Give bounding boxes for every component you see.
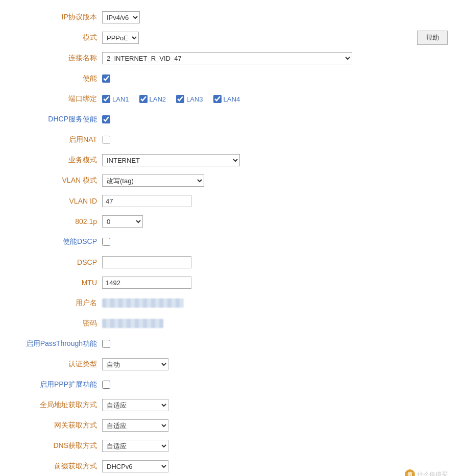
label-passthrough: 启用PassThrough功能 xyxy=(20,339,102,348)
row-auth-type: 认证类型 自动 PAP CHAP xyxy=(20,357,402,371)
lan1-label: LAN1 xyxy=(112,95,129,103)
lan4-item: LAN4 xyxy=(213,95,240,103)
row-gateway: 网关获取方式 自适应 手动 自动 xyxy=(20,418,402,433)
row-dscp-enable: 使能DSCP xyxy=(20,235,402,249)
label-vlan-mode: VLAN 模式 xyxy=(20,176,102,185)
username-value xyxy=(102,298,184,308)
watermark: 值 什么值得买 xyxy=(405,469,448,476)
select-dns[interactable]: 自适应 手动 自动 xyxy=(102,440,168,452)
select-vlan-mode[interactable]: 改写(tag) 透传 不处理 xyxy=(102,174,204,187)
label-mode: 模式 xyxy=(20,33,102,42)
row-mode: 模式 PPPoE DHCP Static xyxy=(20,31,402,45)
label-connection-name: 连接名称 xyxy=(20,54,102,63)
select-prefix[interactable]: DHCPv6 静态 xyxy=(102,460,168,472)
row-port-binding: 端口绑定 LAN1 LAN2 LAN3 LAN4 xyxy=(20,92,402,106)
label-password: 密码 xyxy=(20,319,102,328)
label-dot1p: 802.1p xyxy=(20,217,102,226)
select-dot1p[interactable]: 0 1 2 3 4 5 6 7 xyxy=(102,215,143,228)
checkbox-lan3[interactable] xyxy=(176,95,184,103)
row-passthrough: 启用PassThrough功能 xyxy=(20,337,402,351)
row-ip-version: IP协议版本 IPv4/v6 IPv4 IPv6 xyxy=(20,10,402,24)
row-dscp: DSCP xyxy=(20,255,402,269)
select-auth-type[interactable]: 自动 PAP CHAP xyxy=(102,358,168,370)
label-gateway: 网关获取方式 xyxy=(20,421,102,430)
checkbox-enable[interactable] xyxy=(102,74,110,83)
label-nat: 启用NAT xyxy=(20,135,102,144)
checkbox-lan1[interactable] xyxy=(102,95,110,103)
input-vlan-id[interactable] xyxy=(102,195,191,207)
checkbox-dhcp[interactable] xyxy=(102,115,110,123)
row-connection-name: 连接名称 2_INTERNET_R_VID_47 xyxy=(20,51,402,65)
label-username: 用户名 xyxy=(20,298,102,308)
lan3-item: LAN3 xyxy=(176,95,203,103)
form-area: IP协议版本 IPv4/v6 IPv4 IPv6 模式 PPPoE DHCP S… xyxy=(20,10,402,473)
row-ppp-ext: 启用PPP扩展功能 xyxy=(20,378,402,392)
label-vlan-id: VLAN ID xyxy=(20,197,102,205)
label-ppp-ext: 启用PPP扩展功能 xyxy=(20,380,102,389)
row-mtu: MTU xyxy=(20,275,402,290)
row-username: 用户名 xyxy=(20,296,402,310)
row-nat: 启用NAT xyxy=(20,133,402,147)
page-container: 帮助 IP协议版本 IPv4/v6 IPv4 IPv6 模式 PPPoE DHC… xyxy=(0,0,463,476)
label-service-mode: 业务模式 xyxy=(20,156,102,165)
lan2-label: LAN2 xyxy=(150,95,166,103)
row-vlan-mode: VLAN 模式 改写(tag) 透传 不处理 xyxy=(20,173,402,188)
row-service-mode: 业务模式 INTERNET OTHER xyxy=(20,153,402,167)
input-mtu[interactable] xyxy=(102,277,191,289)
help-button[interactable]: 帮助 xyxy=(417,31,448,45)
row-dhcp: DHCP服务使能 xyxy=(20,112,402,127)
select-connection-name[interactable]: 2_INTERNET_R_VID_47 xyxy=(102,52,352,64)
input-dscp[interactable] xyxy=(102,256,191,268)
row-dns: DNS获取方式 自适应 手动 自动 xyxy=(20,439,402,453)
checkbox-lan4[interactable] xyxy=(213,95,222,103)
checkbox-ppp-ext[interactable] xyxy=(102,381,110,389)
lan3-label: LAN3 xyxy=(186,95,203,103)
row-vlan-id: VLAN ID xyxy=(20,194,402,208)
password-value xyxy=(102,319,163,328)
label-dns: DNS获取方式 xyxy=(20,441,102,450)
row-enable: 使能 xyxy=(20,71,402,86)
label-dhcp: DHCP服务使能 xyxy=(20,115,102,124)
row-prefix: 前缀获取方式 DHCPv6 静态 xyxy=(20,459,402,473)
checkbox-dscp-enable[interactable] xyxy=(102,238,110,246)
watermark-text: 什么值得买 xyxy=(417,470,448,477)
label-mtu: MTU xyxy=(20,279,102,287)
checkbox-passthrough[interactable] xyxy=(102,340,110,348)
lan-bindings: LAN1 LAN2 LAN3 LAN4 xyxy=(102,95,240,103)
lan1-item: LAN1 xyxy=(102,95,129,103)
row-dot1p: 802.1p 0 1 2 3 4 5 6 7 xyxy=(20,214,402,229)
watermark-icon: 值 xyxy=(405,469,415,476)
select-service-mode[interactable]: INTERNET OTHER xyxy=(102,154,240,166)
label-dscp: DSCP xyxy=(20,258,102,266)
lan4-label: LAN4 xyxy=(224,95,240,103)
label-dscp-enable: 使能DSCP xyxy=(20,237,102,246)
label-port-binding: 端口绑定 xyxy=(20,94,102,104)
checkbox-lan2[interactable] xyxy=(139,95,148,103)
lan2-item: LAN2 xyxy=(139,95,166,103)
label-global-addr: 全局地址获取方式 xyxy=(20,400,102,410)
select-ip-version[interactable]: IPv4/v6 IPv4 IPv6 xyxy=(102,11,140,23)
checkbox-nat[interactable] xyxy=(102,136,110,144)
label-prefix: 前缀获取方式 xyxy=(20,462,102,471)
row-password: 密码 xyxy=(20,316,402,331)
label-auth-type: 认证类型 xyxy=(20,360,102,369)
select-gateway[interactable]: 自适应 手动 自动 xyxy=(102,419,168,432)
row-global-addr: 全局地址获取方式 自适应 手动 自动 xyxy=(20,398,402,412)
select-mode[interactable]: PPPoE DHCP Static xyxy=(102,32,139,44)
select-global-addr[interactable]: 自适应 手动 自动 xyxy=(102,399,168,411)
label-ip-version: IP协议版本 xyxy=(20,13,102,22)
label-enable: 使能 xyxy=(20,74,102,83)
